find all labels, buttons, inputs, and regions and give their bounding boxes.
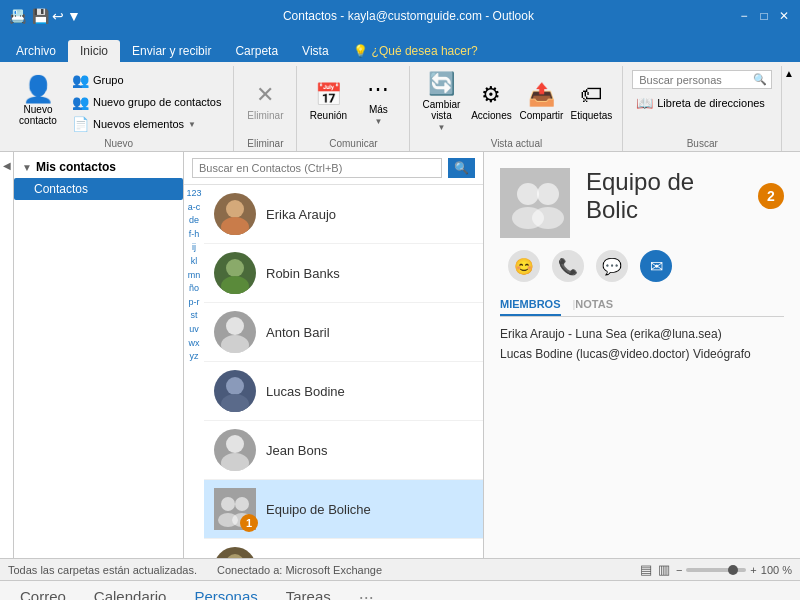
etiquetas-icon: 🏷 — [580, 82, 602, 108]
tab-vista[interactable]: Vista — [290, 40, 340, 62]
ribbon-group-vista: 🔄 Cambiar vista ▼ ⚙ Acciones 📤 Compartir… — [410, 66, 623, 151]
alpha-pr[interactable]: p-r — [189, 296, 200, 309]
smiley-btn[interactable]: 😊 — [508, 250, 540, 282]
alpha-nav: 123 a-c de f-h ij kl mn ño p-r st uv wx … — [184, 185, 204, 558]
alpha-de[interactable]: de — [189, 214, 199, 227]
detail-header: Equipo de Bolic 2 — [500, 168, 784, 238]
alpha-yz[interactable]: yz — [190, 350, 199, 363]
contact-item-robin[interactable]: Robin Banks — [204, 244, 483, 303]
contact-item-equipo[interactable]: 1 Equipo de Boliche — [204, 480, 483, 539]
libreta-btn[interactable]: 📖 Libreta de direcciones — [632, 93, 772, 113]
tab-notas[interactable]: NOTAS — [575, 294, 613, 316]
contact-search-input[interactable] — [192, 158, 442, 178]
mas-btn[interactable]: ⋯ Más ▼ — [355, 70, 401, 132]
nuevo-grupo-contactos-btn[interactable]: 👥 Nuevo grupo de contactos — [68, 92, 225, 112]
zoom-track[interactable] — [686, 568, 746, 572]
window-title: Contactos - kayla@customguide.com - Outl… — [81, 9, 736, 23]
tab-miembros[interactable]: MIEMBROS — [500, 294, 561, 316]
lightbulb-tab[interactable]: 💡 ¿Qué desea hacer? — [341, 40, 490, 62]
ribbon-group-nuevo: 👤 Nuevo contacto 👥 Grupo 👥 Nuevo grupo d… — [4, 66, 234, 151]
nav-calendario[interactable]: Calendario — [94, 584, 167, 600]
chat-btn[interactable]: 💬 — [596, 250, 628, 282]
contact-items: Erika Araujo Robin Banks Anton Baril — [204, 185, 483, 558]
cambiar-vista-btn[interactable]: 🔄 Cambiar vista ▼ — [418, 70, 464, 132]
contact-search-btn[interactable]: 🔍 — [448, 158, 475, 178]
svg-point-20 — [532, 207, 564, 229]
detail-badge: 2 — [758, 183, 784, 209]
personas-search-input[interactable] — [639, 74, 749, 86]
svg-point-6 — [226, 377, 244, 395]
acciones-btn[interactable]: ⚙ Acciones — [468, 70, 514, 132]
zoom-plus[interactable]: + — [750, 564, 756, 576]
contact-name-anton: Anton Baril — [266, 325, 330, 340]
etiquetas-btn[interactable]: 🏷 Etiquetas — [568, 70, 614, 132]
contact-item-anton[interactable]: Anton Baril — [204, 303, 483, 362]
nuevo-grupo-icon: 👥 — [72, 94, 89, 110]
tab-archivo[interactable]: Archivo — [4, 40, 68, 62]
collapse-ribbon-btn[interactable]: ▲ — [782, 66, 796, 81]
contact-name-lucas: Lucas Bodine — [266, 384, 345, 399]
cambiar-vista-icon: 🔄 — [428, 71, 455, 97]
alpha-fh[interactable]: f-h — [189, 228, 200, 241]
sidebar-item-contactos[interactable]: Contactos — [14, 178, 183, 200]
svg-point-9 — [221, 453, 249, 471]
alpha-kl[interactable]: kl — [191, 255, 198, 268]
phone-btn[interactable]: 📞 — [552, 250, 584, 282]
alpha-mn[interactable]: mn — [188, 269, 201, 282]
alpha-ij[interactable]: ij — [192, 241, 196, 254]
sidebar-collapse[interactable]: ◀ — [0, 152, 14, 558]
contact-item-chris[interactable]: Chris Brown — [204, 539, 483, 558]
status-message: Todas las carpetas están actualizadas. — [8, 564, 197, 576]
contact-item-jean[interactable]: Jean Bons — [204, 421, 483, 480]
view-icon-2[interactable]: ▥ — [658, 562, 670, 577]
reunion-btn[interactable]: 📅 Reunión — [305, 70, 351, 132]
alpha-ac[interactable]: a-c — [188, 201, 201, 214]
contact-name-erika: Erika Araujo — [266, 207, 336, 222]
status-bar: Todas las carpetas están actualizadas. C… — [0, 558, 800, 580]
search-group-inner: 🔍 📖 Libreta de direcciones — [632, 66, 772, 113]
contact-item-lucas[interactable]: Lucas Bodine — [204, 362, 483, 421]
grupo-icon: 👥 — [72, 72, 89, 88]
nuevo-contacto-btn[interactable]: 👤 Nuevo contacto — [12, 70, 64, 132]
detail-group-name: Equipo de Bolic — [586, 168, 748, 224]
close-btn[interactable]: ✕ — [776, 8, 792, 24]
svg-point-3 — [221, 276, 249, 294]
sidebar-header[interactable]: ▼ Mis contactos — [14, 156, 183, 178]
zoom-minus[interactable]: − — [676, 564, 682, 576]
zoom-thumb[interactable] — [728, 565, 738, 575]
title-bar-left: 📇 💾 ↩ ▼ — [8, 7, 81, 25]
compartir-btn[interactable]: 📤 Compartir — [518, 70, 564, 132]
alpha-st[interactable]: st — [190, 309, 197, 322]
grupo-btn[interactable]: 👥 Grupo — [68, 70, 225, 90]
tab-carpeta[interactable]: Carpeta — [223, 40, 290, 62]
nuevos-elementos-btn[interactable]: 📄 Nuevos elementos ▼ — [68, 114, 225, 134]
reunion-icon: 📅 — [315, 82, 342, 108]
eliminar-btn[interactable]: ✕ Eliminar — [242, 70, 288, 132]
contact-name-robin: Robin Banks — [266, 266, 340, 281]
redo-quick-btn[interactable]: ▼ — [67, 8, 81, 24]
email-btn[interactable]: ✉ — [640, 250, 672, 282]
nav-tareas[interactable]: Tareas — [286, 584, 331, 600]
svg-point-7 — [221, 394, 249, 412]
alpha-uv[interactable]: uv — [189, 323, 199, 336]
zoom-level: 100 % — [761, 564, 792, 576]
app-icon: 📇 — [8, 7, 26, 25]
undo-quick-btn[interactable]: ↩ — [52, 8, 64, 24]
alpha-123[interactable]: 123 — [186, 187, 201, 200]
contact-item-erika[interactable]: Erika Araujo — [204, 185, 483, 244]
tab-inicio[interactable]: Inicio — [68, 40, 120, 62]
nav-personas[interactable]: Personas — [194, 584, 257, 600]
zoom-slider: − + 100 % — [676, 564, 792, 576]
alpha-no[interactable]: ño — [189, 282, 199, 295]
acciones-icon: ⚙ — [481, 82, 501, 108]
alpha-wx[interactable]: wx — [189, 337, 200, 350]
main-area: ◀ ▼ Mis contactos Contactos 🔍 123 a-c de… — [0, 152, 800, 558]
tab-enviar[interactable]: Enviar y recibir — [120, 40, 223, 62]
maximize-btn[interactable]: □ — [756, 8, 772, 24]
minimize-btn[interactable]: − — [736, 8, 752, 24]
nav-correo[interactable]: Correo — [20, 584, 66, 600]
view-icon-1[interactable]: ▤ — [640, 562, 652, 577]
ribbon-group-comunicar-content: 📅 Reunión ⋯ Más ▼ — [305, 66, 401, 138]
nav-more[interactable]: ··· — [359, 587, 374, 600]
save-quick-btn[interactable]: 💾 — [32, 8, 49, 24]
